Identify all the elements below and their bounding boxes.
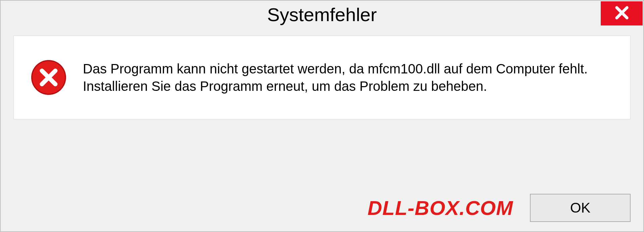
ok-button[interactable]: OK bbox=[530, 194, 631, 222]
content-area: Das Programm kann nicht gestartet werden… bbox=[13, 36, 631, 119]
dialog-title: Systemfehler bbox=[267, 4, 377, 25]
dialog-footer: DLL-BOX.COM OK bbox=[1, 184, 643, 231]
error-dialog: Systemfehler Das Programm kann nicht ges… bbox=[0, 0, 644, 232]
watermark-text: DLL-BOX.COM bbox=[368, 196, 513, 220]
error-icon bbox=[31, 59, 67, 96]
titlebar: Systemfehler bbox=[1, 1, 643, 28]
close-button[interactable] bbox=[601, 1, 643, 25]
close-icon bbox=[614, 5, 630, 22]
error-message: Das Programm kann nicht gestartet werden… bbox=[83, 60, 613, 95]
ok-button-label: OK bbox=[570, 200, 591, 216]
